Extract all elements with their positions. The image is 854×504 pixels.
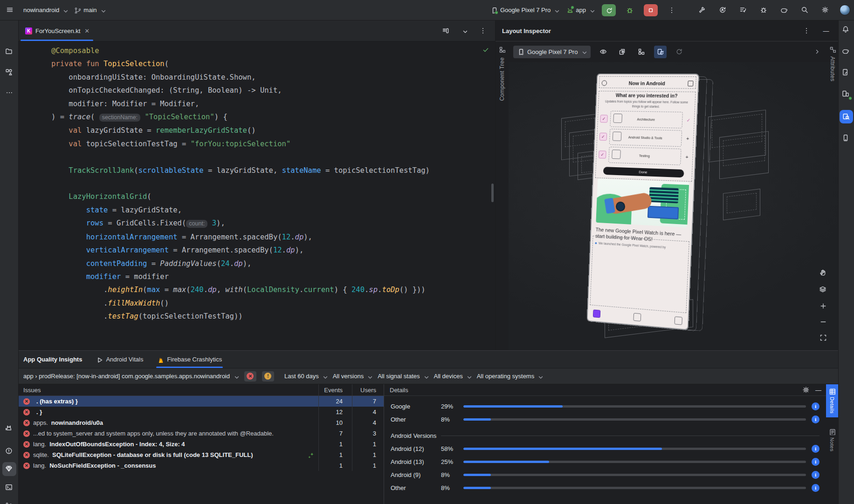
code-line[interactable] (51, 150, 495, 163)
filter-dropdown[interactable]: Last 60 days (284, 373, 327, 380)
code-line[interactable] (51, 177, 495, 190)
tab-android-vitals[interactable]: Android Vitals (96, 351, 143, 368)
module-scope-selector[interactable]: app › prodRelease: [now-in-android] com.… (23, 373, 239, 380)
editor-layout-button[interactable] (439, 25, 452, 37)
resource-manager-tool-button[interactable] (2, 66, 16, 80)
sync-alt-button[interactable] (716, 4, 730, 16)
issue-row[interactable]: ✕. (has extras) }247 (19, 396, 384, 407)
info-icon[interactable]: i (812, 484, 820, 492)
code-line[interactable]: contentPadding = PaddingValues(24.dp), (51, 257, 495, 270)
code-line[interactable]: .testTag(topicSelectionTestTag)) (51, 310, 495, 323)
main-menu-button[interactable] (4, 4, 17, 16)
code-content[interactable]: @Composableprivate fun TopicSelection( o… (19, 44, 495, 323)
debug-app-button[interactable] (623, 4, 636, 16)
code-line[interactable]: ) = trace( sectionName: "TopicSelection"… (51, 110, 495, 124)
rerun-app-button[interactable] (602, 4, 616, 16)
pan-mode-button[interactable] (819, 269, 827, 279)
settings-button[interactable] (819, 4, 832, 16)
inspection-status-icon[interactable] (482, 46, 489, 54)
code-line[interactable]: onTopicCheckedChanged: (String, Boolean)… (51, 84, 495, 97)
inspector-device-selector[interactable]: Google Pixel 7 Pro (513, 46, 591, 58)
zoom-out-button[interactable] (820, 318, 827, 327)
side-tab-notes[interactable]: Notes (826, 425, 838, 455)
code-line[interactable]: LazyHorizontalGrid( (51, 190, 495, 203)
info-icon[interactable]: i (812, 415, 820, 423)
toggle-nonfatal-issues-button[interactable]: ! (262, 371, 274, 381)
device-manager-tool-button[interactable] (842, 68, 851, 79)
gradle-tool-button[interactable] (842, 47, 851, 58)
terminal-tool-button[interactable] (2, 481, 16, 495)
run-configurations-list-button[interactable] (737, 4, 750, 16)
editor-tab-foryouscreen[interactable]: K ForYouScreen.kt ✕ (19, 20, 95, 41)
info-icon[interactable]: i (812, 458, 820, 466)
more-run-actions-button[interactable] (665, 4, 678, 16)
project-tool-button[interactable] (2, 45, 16, 59)
column-events[interactable]: Events (318, 384, 352, 395)
filter-dropdown[interactable]: All operating systems (477, 373, 543, 380)
column-issues[interactable]: Issues (19, 387, 318, 394)
device-selector[interactable]: Google Pixel 7 Pro (491, 7, 559, 14)
code-line[interactable]: val topicSelectionTestTag = "forYou:topi… (51, 137, 495, 150)
code-line[interactable]: .fillMaxWidth() (51, 297, 495, 310)
code-line[interactable]: horizontalArrangement = Arrangement.spac… (51, 231, 495, 244)
close-tab-icon[interactable]: ✕ (84, 27, 90, 34)
code-line[interactable]: state = lazyGridState, (51, 204, 495, 217)
details-settings-button[interactable] (802, 386, 809, 394)
view-options-button[interactable] (597, 46, 610, 58)
build-button[interactable] (696, 4, 709, 16)
editor-scrollbar[interactable] (491, 184, 494, 202)
code-line[interactable]: modifier: Modifier = Modifier, (51, 97, 495, 110)
ai-insights-sparkle-icon[interactable] (307, 452, 314, 458)
filter-dropdown[interactable]: All devices (434, 373, 471, 380)
hide-tabs-button[interactable] (458, 25, 471, 37)
code-line[interactable]: modifier = modifier (51, 270, 495, 283)
run-configuration-selector[interactable]: app (566, 7, 594, 14)
inspector-minimize-button[interactable]: — (820, 25, 833, 37)
info-icon[interactable]: i (812, 471, 820, 479)
profiler-button[interactable] (758, 4, 771, 16)
code-editor[interactable]: @Composableprivate fun TopicSelection( o… (19, 41, 495, 350)
issue-row[interactable]: ✕sqlite.SQLiteFullException - database o… (19, 450, 384, 460)
issue-row[interactable]: ✕. }124 (19, 407, 384, 417)
attributes-label[interactable]: Attributes (829, 56, 836, 82)
project-selector[interactable]: nowinandroid (23, 7, 68, 14)
side-tab-details[interactable]: Details (826, 384, 838, 417)
running-devices-tool-button[interactable] (842, 90, 851, 99)
code-line[interactable]: @Composable (51, 44, 495, 57)
more-tool-windows-button[interactable] (2, 86, 16, 100)
logcat-tool-button[interactable] (2, 421, 16, 435)
refresh-view-button[interactable] (673, 46, 686, 58)
version-control-tool-button[interactable] (2, 499, 16, 504)
issue-row[interactable]: ✕lang.IndexOutOfBoundsException - Index:… (19, 439, 384, 450)
info-icon[interactable]: i (812, 402, 820, 410)
snapshot-export-button[interactable] (616, 46, 629, 58)
gradle-sync-button[interactable] (778, 4, 791, 16)
zoom-to-fit-button[interactable] (820, 334, 827, 343)
code-line[interactable]: rows = GridCells.Fixed(count: 3), (51, 217, 495, 230)
code-line[interactable]: onboardingUiState: OnboardingUiState.Sho… (51, 71, 495, 84)
toggle-fatal-issues-button[interactable]: ✕ (244, 371, 256, 381)
user-avatar[interactable] (840, 5, 850, 15)
inspected-device-screen[interactable]: Now in Android What are you interested i… (586, 74, 699, 331)
panel-title-app-quality-insights[interactable]: App Quality Insights (23, 356, 82, 363)
toggle-3d-mode-button[interactable] (819, 286, 827, 295)
layout-inspector-tool-button[interactable] (840, 110, 853, 123)
tab-firebase-crashlytics[interactable]: Firebase Crashlytics (157, 351, 222, 368)
inspector-options-button[interactable] (800, 25, 813, 37)
code-line[interactable]: verticalArrangement = Arrangement.spaced… (51, 244, 495, 257)
live-updates-button[interactable] (654, 46, 667, 58)
zoom-in-button[interactable] (820, 302, 827, 311)
editor-options-button[interactable] (476, 25, 489, 37)
vcs-branch-selector[interactable]: main (74, 7, 105, 14)
issue-row[interactable]: ✕...ed to system_server and system apps … (19, 428, 384, 439)
issue-row[interactable]: ✕lang.NoSuchFieldException - _consensus1… (19, 460, 384, 471)
toolbar-overflow-chevron[interactable] (813, 48, 820, 56)
code-line[interactable]: TrackScrollJank(scrollableState = lazyGr… (51, 164, 495, 177)
code-line[interactable]: val lazyGridState = rememberLazyGridStat… (51, 124, 495, 137)
component-tree-label[interactable]: Component Tree (499, 57, 505, 101)
component-tree-stripe[interactable]: Component Tree (496, 41, 509, 350)
column-users[interactable]: Users (352, 384, 384, 395)
toggle-deep-inspect-button[interactable] (635, 46, 648, 58)
details-minimize-button[interactable]: — (815, 387, 821, 394)
inspector-3d-viewport[interactable]: Now in Android What are you interested i… (509, 62, 839, 350)
